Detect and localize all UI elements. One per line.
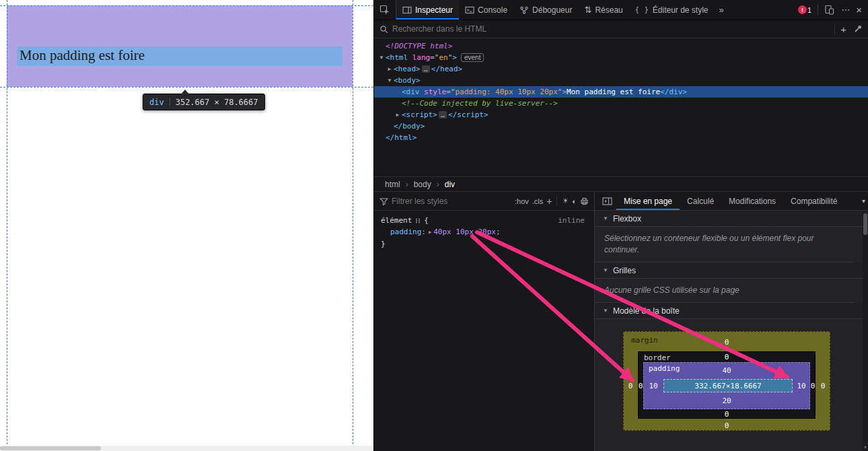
twisty-closed-icon[interactable]: ▶ <box>386 63 394 75</box>
tabs-overflow-icon[interactable]: ▾ <box>862 192 865 210</box>
toolbar-right-cluster: ! 1 ⋯ × <box>798 0 868 20</box>
margin-left-value[interactable]: 0 <box>628 382 633 390</box>
pick-element-icon <box>379 5 390 15</box>
close-icon[interactable]: × <box>856 4 862 15</box>
error-icon: ! <box>798 5 807 14</box>
token-tag: <html <box>386 53 408 62</box>
meatball-menu-icon[interactable]: ⋯ <box>841 5 850 15</box>
collapsed-ellipsis[interactable]: … <box>439 111 447 118</box>
twisty-open-icon[interactable]: ▼ <box>377 52 386 63</box>
breadcrumb-div[interactable]: div <box>443 180 456 189</box>
tab-editeur-de-style[interactable]: { } Éditeur de style <box>629 0 715 20</box>
property-name[interactable]: padding <box>390 228 421 236</box>
margin-right-value[interactable]: 0 <box>821 382 826 390</box>
body-row[interactable]: ▼<body> <box>374 75 868 86</box>
selector-highlighter-icon[interactable] <box>415 218 421 223</box>
token-tag: </body> <box>394 122 425 131</box>
scrollbar-thumb[interactable] <box>0 446 101 450</box>
add-rule-icon[interactable]: + <box>546 196 552 207</box>
token-val: padding: 40px 10px 20px <box>456 88 558 96</box>
div-row[interactable]: <div style="padding: 40px 10px 20px">Mon… <box>374 86 868 98</box>
token-text: Mon padding est foire <box>567 88 660 96</box>
more-tabs-button[interactable]: » <box>715 0 729 20</box>
pseudo-class-button[interactable]: :hov <box>515 197 529 205</box>
token-doctype: <!DOCTYPE html> <box>386 42 452 50</box>
tab-inspecteur[interactable]: Inspecteur <box>396 0 459 20</box>
head-row[interactable]: ▶<head>…</head> <box>374 63 868 75</box>
tab-mise-en-page[interactable]: Mise en page <box>616 192 680 210</box>
border-left-value[interactable]: 0 <box>639 382 643 390</box>
event-badge[interactable]: event <box>461 53 484 62</box>
three-pane-toggle-icon[interactable] <box>599 192 616 210</box>
page-pane: Mon padding est foire div 352.667 × 78.6… <box>0 0 373 451</box>
border-top-value[interactable]: 0 <box>725 353 729 361</box>
twisty-open-icon: ▼ <box>603 215 608 221</box>
flexbox-empty-message: Sélectionnez un conteneur flexible ou un… <box>595 227 854 263</box>
application-window: Mon padding est foire div 352.667 × 78.6… <box>0 0 868 451</box>
sidebar-scrollbar[interactable]: ▾ <box>863 211 868 451</box>
tab-debogueur[interactable]: Débogueur <box>513 0 578 20</box>
rule-selector[interactable]: élément <box>381 215 412 226</box>
scroll-down-icon[interactable]: ▾ <box>863 444 868 450</box>
rule-selector-line: élément { inline <box>374 215 594 226</box>
tab-compatibilite[interactable]: Compatibilité <box>783 192 844 210</box>
search-icon <box>379 25 388 34</box>
html-row[interactable]: ▼<html lang="en">event <box>374 52 868 63</box>
rules-filter-bar: :hov .cls + ☀ ◐ <box>374 192 594 211</box>
error-counter-button[interactable]: ! 1 <box>798 5 811 14</box>
dark-scheme-icon[interactable]: ◐ <box>572 197 577 205</box>
twisty-closed-icon[interactable]: ▶ <box>394 109 402 120</box>
twisty-open-icon[interactable]: ▼ <box>386 75 394 86</box>
breadcrumb-body[interactable]: body <box>412 180 433 189</box>
token-tag: </html> <box>386 133 417 142</box>
class-panel-button[interactable]: .cls <box>532 197 544 205</box>
body-close-row[interactable]: </body> <box>374 120 868 132</box>
tab-calcule[interactable]: Calculé <box>680 192 721 210</box>
search-input[interactable] <box>392 24 830 34</box>
tab-reseau[interactable]: ⇅ Réseau <box>578 0 628 20</box>
node-infobar: div 352.667 × 78.6667 <box>143 94 265 110</box>
section-flexbox-header[interactable]: ▼ Flexbox <box>595 211 868 227</box>
inspector-bottom-panels: :hov .cls + ☀ ◐ élément <box>374 192 868 451</box>
section-title: Modèle de la boîte <box>613 306 680 316</box>
collapsed-ellipsis[interactable]: … <box>422 65 430 73</box>
tab-console[interactable]: Console <box>459 0 513 20</box>
padding-right-value[interactable]: 10 <box>797 382 805 390</box>
breadcrumb-html[interactable]: html <box>384 180 402 189</box>
margin-bottom-value[interactable]: 0 <box>725 421 729 430</box>
element-text[interactable]: Mon padding est foire <box>20 47 145 64</box>
scrollbar-thumb[interactable] <box>863 213 867 235</box>
property-value[interactable]: 40px 10px 20px <box>433 228 496 236</box>
new-node-icon[interactable]: + <box>840 24 846 34</box>
padding-left-value[interactable]: 10 <box>649 382 657 390</box>
border-right-value[interactable]: 0 <box>811 382 816 390</box>
html-close-row[interactable]: </html> <box>374 132 868 143</box>
section-grids-header[interactable]: ▼ Grilles <box>595 263 868 279</box>
layout-sidebar: Mise en page Calculé Modifications Compa… <box>595 192 868 451</box>
light-scheme-icon[interactable]: ☀ <box>562 197 569 205</box>
margin-label: margin <box>631 336 658 345</box>
eyedropper-icon[interactable] <box>853 24 863 34</box>
infobar-tag: div <box>149 98 164 107</box>
doctype-row[interactable]: <!DOCTYPE html> <box>374 40 868 52</box>
page-horizontal-scrollbar[interactable] <box>0 446 373 451</box>
margin-top-value[interactable]: 0 <box>725 338 729 347</box>
border-bottom-value[interactable]: 0 <box>725 410 729 419</box>
pick-element-button[interactable] <box>374 0 396 20</box>
expand-shorthand-icon[interactable]: ▶ <box>429 230 431 235</box>
padding-bottom-value[interactable]: 20 <box>722 396 731 405</box>
error-count: 1 <box>807 6 811 14</box>
layout-content: ▼ Flexbox Sélectionnez un conteneur flex… <box>595 211 868 451</box>
comment-row[interactable]: <!--Code injected by live-server--> <box>374 98 868 109</box>
print-simulation-icon[interactable] <box>580 197 589 205</box>
tab-label: Console <box>478 5 507 15</box>
search-actions: + <box>834 24 863 34</box>
rules-panel: :hov .cls + ☀ ◐ élément <box>374 192 595 451</box>
padding-top-value[interactable]: 40 <box>722 366 731 375</box>
responsive-design-mode-icon[interactable] <box>824 5 835 15</box>
section-box-model-header[interactable]: ▼ Modèle de la boîte <box>595 303 868 319</box>
script-row[interactable]: ▶<script>…</script> <box>374 109 868 120</box>
tab-modifications[interactable]: Modifications <box>721 192 783 210</box>
filter-styles-input[interactable] <box>392 197 511 206</box>
rule-origin-label: inline <box>558 215 587 226</box>
